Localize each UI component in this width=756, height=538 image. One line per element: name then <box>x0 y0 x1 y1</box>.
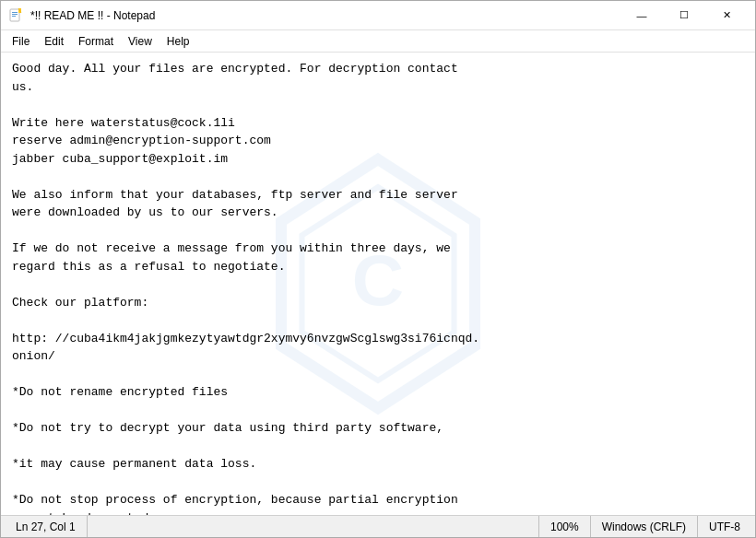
title-bar-controls: — ☐ ✕ <box>620 1 748 30</box>
svg-rect-1 <box>12 12 18 13</box>
zoom-level: 100% <box>538 516 590 537</box>
menu-view[interactable]: View <box>121 33 159 50</box>
svg-rect-2 <box>12 14 18 15</box>
title-bar: *!! READ ME !! - Notepad — ☐ ✕ <box>1 1 755 30</box>
editor-container: C <box>1 53 755 515</box>
menu-format[interactable]: Format <box>71 33 121 50</box>
menu-file[interactable]: File <box>5 33 37 50</box>
menu-bar: File Edit Format View Help <box>1 30 755 53</box>
line-ending: Windows (CRLF) <box>590 516 697 537</box>
notepad-window: *!! READ ME !! - Notepad — ☐ ✕ File Edit… <box>0 0 756 538</box>
minimize-button[interactable]: — <box>620 1 663 30</box>
maximize-button[interactable]: ☐ <box>663 1 705 30</box>
svg-rect-3 <box>12 16 16 17</box>
notepad-icon <box>8 8 23 23</box>
encoding: UTF-8 <box>697 516 751 537</box>
menu-edit[interactable]: Edit <box>37 33 71 50</box>
status-bar: Ln 27, Col 1 100% Windows (CRLF) UTF-8 <box>1 515 755 537</box>
title-bar-left: *!! READ ME !! - Notepad <box>8 8 155 23</box>
text-editor[interactable] <box>1 53 755 515</box>
cursor-position: Ln 27, Col 1 <box>5 516 88 537</box>
svg-rect-0 <box>10 9 19 21</box>
close-button[interactable]: ✕ <box>705 1 748 30</box>
menu-help[interactable]: Help <box>159 33 197 50</box>
window-title: *!! READ ME !! - Notepad <box>30 9 155 22</box>
